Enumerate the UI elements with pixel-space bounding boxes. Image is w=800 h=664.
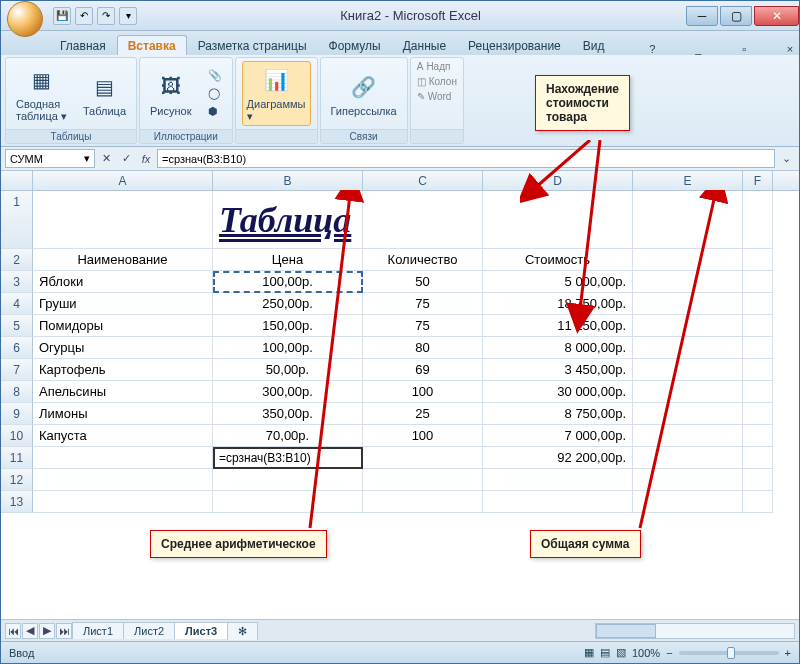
- cell-a10[interactable]: Капуста: [33, 425, 213, 447]
- cell-e7[interactable]: [633, 359, 743, 381]
- cell-a1[interactable]: [33, 191, 213, 249]
- cell-b2[interactable]: Цена: [213, 249, 363, 271]
- cell-e11[interactable]: [633, 447, 743, 469]
- tab-insert[interactable]: Вставка: [117, 35, 187, 55]
- last-sheet-icon[interactable]: ⏭: [56, 623, 72, 639]
- cell-e3[interactable]: [633, 271, 743, 293]
- new-sheet-icon[interactable]: ✻: [227, 622, 258, 640]
- cell-e1[interactable]: [633, 191, 743, 249]
- cell-a9[interactable]: Лимоны: [33, 403, 213, 425]
- cell-c2[interactable]: Количество: [363, 249, 483, 271]
- cell-c11[interactable]: [363, 447, 483, 469]
- row-header-12[interactable]: 12: [1, 469, 33, 491]
- cell-e9[interactable]: [633, 403, 743, 425]
- cell-d1[interactable]: [483, 191, 633, 249]
- cell-d5[interactable]: 11 250,00р.: [483, 315, 633, 337]
- formula-input[interactable]: =срзнач(B3:B10): [157, 149, 775, 168]
- cell-e4[interactable]: [633, 293, 743, 315]
- cell-d4[interactable]: 18 750,00р.: [483, 293, 633, 315]
- tab-data[interactable]: Данные: [392, 35, 457, 55]
- cell-c3[interactable]: 50: [363, 271, 483, 293]
- cell-c9[interactable]: 25: [363, 403, 483, 425]
- qat-dropdown-icon[interactable]: ▾: [119, 7, 137, 25]
- zoom-thumb[interactable]: [727, 647, 735, 659]
- smartart-button[interactable]: ⬢: [204, 103, 226, 120]
- shapes-button[interactable]: ◯: [204, 85, 226, 102]
- col-header-c[interactable]: C: [363, 171, 483, 190]
- table-button[interactable]: ▤ Таблица: [79, 69, 130, 119]
- cell-b10[interactable]: 70,00р.: [213, 425, 363, 447]
- cell-e2[interactable]: [633, 249, 743, 271]
- row-header-2[interactable]: 2: [1, 249, 33, 271]
- pivot-table-button[interactable]: ▦ Сводная таблица ▾: [12, 62, 71, 125]
- cell-d2[interactable]: Стоимость: [483, 249, 633, 271]
- qat-undo-icon[interactable]: ↶: [75, 7, 93, 25]
- close-button[interactable]: ✕: [754, 6, 799, 26]
- cell-b8[interactable]: 300,00р.: [213, 381, 363, 403]
- minimize-button[interactable]: ─: [686, 6, 718, 26]
- cell-c6[interactable]: 80: [363, 337, 483, 359]
- row-header-7[interactable]: 7: [1, 359, 33, 381]
- zoom-slider[interactable]: [679, 651, 779, 655]
- cell-f10[interactable]: [743, 425, 773, 447]
- cell-c10[interactable]: 100: [363, 425, 483, 447]
- minimize-ribbon-icon[interactable]: _: [689, 43, 707, 55]
- next-sheet-icon[interactable]: ▶: [39, 623, 55, 639]
- row-header-13[interactable]: 13: [1, 491, 33, 513]
- cell-b3[interactable]: 100,00р.: [213, 271, 363, 293]
- row-header-4[interactable]: 4: [1, 293, 33, 315]
- row-header-5[interactable]: 5: [1, 315, 33, 337]
- maximize-button[interactable]: ▢: [720, 6, 752, 26]
- cell-e5[interactable]: [633, 315, 743, 337]
- help-icon[interactable]: ?: [643, 43, 661, 55]
- cell-d6[interactable]: 8 000,00р.: [483, 337, 633, 359]
- cell-d9[interactable]: 8 750,00р.: [483, 403, 633, 425]
- sheet-tab-2[interactable]: Лист2: [123, 622, 175, 639]
- charts-button[interactable]: 📊 Диаграммы ▾: [242, 61, 311, 126]
- enter-icon[interactable]: ✓: [117, 150, 135, 168]
- wordart-button[interactable]: ◫Колон: [417, 75, 457, 88]
- cell-f9[interactable]: [743, 403, 773, 425]
- cell-b11-editing[interactable]: =срзнач(B3:B10): [213, 447, 363, 469]
- cell-b6[interactable]: 100,00р.: [213, 337, 363, 359]
- qat-save-icon[interactable]: 💾: [53, 7, 71, 25]
- row-header-11[interactable]: 11: [1, 447, 33, 469]
- cell-d3[interactable]: 5 000,00р.: [483, 271, 633, 293]
- cell-d7[interactable]: 3 450,00р.: [483, 359, 633, 381]
- first-sheet-icon[interactable]: ⏮: [5, 623, 21, 639]
- select-all-corner[interactable]: [1, 171, 33, 190]
- col-header-d[interactable]: D: [483, 171, 633, 190]
- row-header-9[interactable]: 9: [1, 403, 33, 425]
- cell-a8[interactable]: Апельсины: [33, 381, 213, 403]
- cell-f11[interactable]: [743, 447, 773, 469]
- col-header-a[interactable]: A: [33, 171, 213, 190]
- hyperlink-button[interactable]: 🔗 Гиперссылка: [327, 69, 401, 119]
- cell-f3[interactable]: [743, 271, 773, 293]
- expand-formula-icon[interactable]: ⌄: [777, 150, 795, 168]
- view-break-icon[interactable]: ▧: [616, 646, 626, 659]
- col-header-b[interactable]: B: [213, 171, 363, 190]
- cell-c4[interactable]: 75: [363, 293, 483, 315]
- view-layout-icon[interactable]: ▤: [600, 646, 610, 659]
- sheet-tab-3[interactable]: Лист3: [174, 622, 228, 639]
- cell-f8[interactable]: [743, 381, 773, 403]
- restore-workbook-icon[interactable]: ▫: [735, 43, 753, 55]
- cell-a5[interactable]: Помидоры: [33, 315, 213, 337]
- view-normal-icon[interactable]: ▦: [584, 646, 594, 659]
- row-header-6[interactable]: 6: [1, 337, 33, 359]
- horizontal-scrollbar[interactable]: [595, 623, 795, 639]
- qat-redo-icon[interactable]: ↷: [97, 7, 115, 25]
- zoom-out-icon[interactable]: −: [666, 647, 672, 659]
- cell-a11[interactable]: [33, 447, 213, 469]
- zoom-in-icon[interactable]: +: [785, 647, 791, 659]
- cell-e10[interactable]: [633, 425, 743, 447]
- cell-f7[interactable]: [743, 359, 773, 381]
- tab-view[interactable]: Вид: [572, 35, 616, 55]
- col-header-e[interactable]: E: [633, 171, 743, 190]
- picture-button[interactable]: 🖼 Рисунок: [146, 69, 196, 119]
- name-box[interactable]: СУММ ▾: [5, 149, 95, 168]
- col-header-f[interactable]: F: [743, 171, 773, 190]
- close-workbook-icon[interactable]: ×: [781, 43, 799, 55]
- grid-body[interactable]: 1 Таблица 2 Наименование Цена Количество…: [1, 191, 799, 619]
- row-header-1[interactable]: 1: [1, 191, 33, 249]
